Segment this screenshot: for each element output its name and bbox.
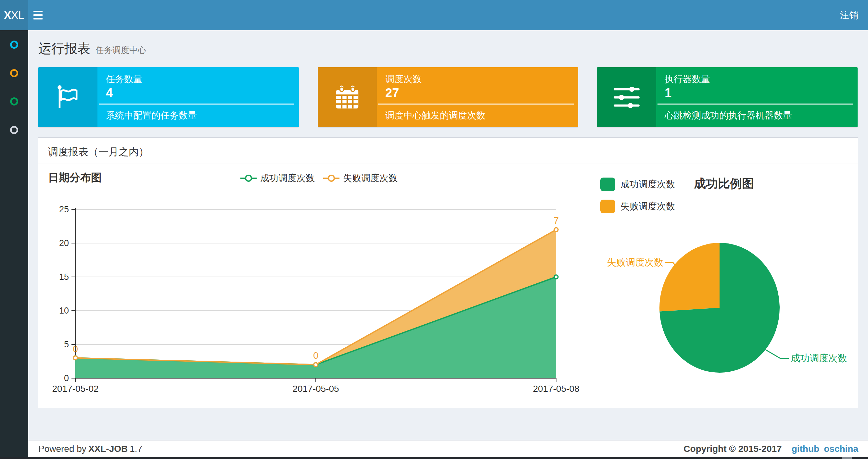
sidebar-item-4[interactable]	[0, 116, 28, 144]
logo-rest-text: XL	[11, 9, 24, 22]
line-chart-legend: 成功调度次数 失败调度次数	[240, 172, 398, 184]
stat-card-jobs: 任务数量 4 系统中配置的任务数量	[38, 67, 299, 127]
divider	[378, 103, 574, 104]
version-text: 1.7	[130, 444, 142, 454]
sidebar-item-3[interactable]	[0, 87, 28, 116]
pie-slice-label: 失败调度次数	[607, 257, 663, 267]
y-axis-tick-label: 15	[59, 272, 69, 282]
data-label: 0	[73, 344, 78, 354]
hamburger-icon	[33, 11, 42, 12]
panel-title: 调度报表（一月之内）	[48, 145, 149, 159]
powered-by-text: Powered byXXL-JOB1.7	[38, 444, 142, 454]
stat-value: 4	[106, 86, 113, 100]
stat-description: 调度中心触发的调度次数	[385, 109, 485, 122]
circle-outline-icon	[10, 40, 18, 49]
page-subtitle: 任务调度中心	[95, 44, 146, 56]
page-title: 运行报表	[38, 40, 90, 58]
date-distribution-chart: 05101520252017-05-022017-05-052017-05-08…	[38, 183, 591, 409]
divider	[657, 103, 853, 104]
pie-slice-label: 成功调度次数	[791, 353, 847, 363]
stat-description: 系统中配置的任务数量	[106, 109, 197, 122]
stat-value: 1	[664, 86, 672, 100]
github-link[interactable]: github	[792, 444, 819, 454]
circle-outline-icon	[10, 69, 18, 77]
x-axis-label: 2017-05-02	[52, 384, 98, 394]
app-logo[interactable]: XXL	[0, 0, 28, 30]
copyright-text: Copyright © 2015-2017githuboschina	[683, 444, 858, 454]
schedule-report-panel: 调度报表（一月之内） 日期分布图 成功调度次数 失败调度次数 051015202…	[38, 137, 858, 408]
sidebar	[0, 30, 28, 459]
y-axis-tick-label: 0	[64, 373, 69, 383]
dashboard-page: XXL 注销 运行报表 任务调度中心 任务数量 4 系统中配置的任务数量	[0, 0, 868, 459]
stat-label: 任务数量	[106, 73, 142, 86]
y-axis-tick-label: 5	[64, 339, 69, 349]
x-axis-label: 2017-05-08	[533, 384, 579, 394]
pie-slice	[659, 243, 719, 312]
data-point-marker	[554, 228, 558, 231]
data-point-marker	[73, 356, 77, 360]
sliders-icon	[597, 67, 656, 127]
top-navbar: XXL 注销	[0, 0, 868, 30]
data-point-marker	[554, 275, 558, 279]
stat-description: 心跳检测成功的执行器机器数量	[664, 109, 792, 122]
x-axis-label: 2017-05-05	[292, 384, 339, 394]
stat-label: 执行器数量	[664, 73, 710, 86]
data-point-marker	[314, 363, 318, 366]
sidebar-item-2[interactable]	[0, 59, 28, 87]
logo-bold-text: X	[4, 9, 11, 22]
divider	[99, 103, 294, 104]
divider	[38, 164, 858, 164]
y-axis-tick-label: 25	[59, 204, 69, 214]
data-label: 7	[554, 215, 559, 226]
y-axis-tick-label: 10	[59, 306, 69, 316]
footer: Powered byXXL-JOB1.7 Copyright © 2015-20…	[28, 440, 868, 459]
screen-bottom-notch	[842, 457, 852, 459]
success-ratio-pie-chart: 失败调度次数 成功调度次数	[585, 183, 858, 409]
line-series-marker-icon	[323, 173, 339, 183]
stat-card-executors: 执行器数量 1 心跳检测成功的执行器机器数量	[597, 67, 858, 127]
pie-label-line	[765, 350, 789, 358]
sidebar-toggle-button[interactable]	[28, 0, 48, 30]
brand-name: XXL-JOB	[88, 444, 128, 454]
circle-outline-icon	[10, 126, 18, 134]
circle-outline-icon	[10, 97, 18, 105]
line-series-marker-icon	[240, 173, 257, 183]
logout-link[interactable]: 注销	[830, 0, 868, 30]
page-header: 运行报表 任务调度中心	[38, 40, 146, 59]
flag-icon	[38, 67, 97, 127]
data-label: 0	[313, 350, 318, 361]
oschina-link[interactable]: oschina	[824, 444, 858, 454]
calendar-icon	[318, 67, 377, 127]
stat-value: 27	[385, 86, 399, 100]
sidebar-item-1[interactable]	[0, 30, 28, 59]
stat-card-triggers: 调度次数 27 调度中心触发的调度次数	[318, 67, 578, 127]
stat-label: 调度次数	[385, 73, 422, 86]
screen-bottom-edge	[0, 457, 868, 459]
y-axis-tick-label: 20	[59, 238, 69, 248]
